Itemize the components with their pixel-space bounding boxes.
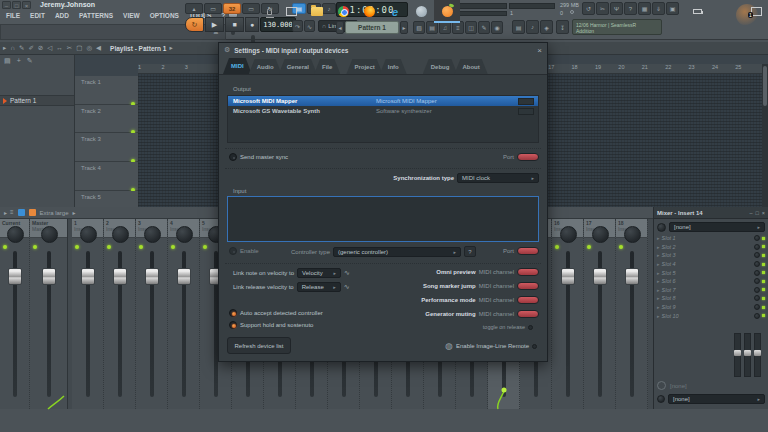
strip-led[interactable] [33, 245, 37, 249]
playlist-track[interactable]: Track 2 [75, 105, 138, 134]
edge-button[interactable]: e [382, 0, 408, 23]
menu-options[interactable]: OPTIONS [145, 11, 184, 20]
task-view-button[interactable] [278, 0, 304, 23]
tab-midi[interactable]: MIDI [223, 58, 252, 74]
mixer-orange-icon[interactable] [29, 209, 36, 216]
playlist-track[interactable]: Track 4 [75, 162, 138, 191]
controller-type-dropdown[interactable]: (generic controller)▸ [333, 247, 461, 257]
strip-fader-handle[interactable] [113, 268, 127, 285]
strip-led[interactable] [171, 245, 175, 249]
dialog-titlebar[interactable]: ⚙ Settings - MIDI input / output devices… [219, 43, 547, 57]
slot-led[interactable] [762, 297, 765, 300]
strip-led[interactable] [107, 245, 111, 249]
strip-fader-handle[interactable] [177, 268, 191, 285]
menu-file[interactable]: FILE [1, 11, 25, 20]
eq-band-fader[interactable] [744, 333, 751, 377]
battery-icon[interactable] [693, 9, 702, 14]
slot-knob[interactable] [754, 270, 760, 276]
mixer-strip[interactable]: 3 Insert 3 [136, 219, 168, 409]
tab-about[interactable]: About [454, 59, 487, 74]
mixer-strip[interactable]: 16 Insert 16 [552, 219, 584, 409]
mixer-zoom-label[interactable]: Extra large [40, 210, 69, 216]
dialog-close-icon[interactable]: × [537, 46, 542, 55]
strip-led[interactable] [139, 245, 143, 249]
playlist-track[interactable]: Track 5 [75, 191, 138, 207]
dim-knob[interactable] [657, 381, 666, 390]
plugin-picker-icon[interactable]: ◉ [491, 21, 503, 34]
menu-patterns[interactable]: PATTERNS [74, 11, 118, 20]
select-icon[interactable]: ▢ [76, 44, 82, 52]
strip-fader-handle[interactable] [8, 268, 22, 285]
slice-icon[interactable]: ✂ [67, 44, 72, 52]
close-icon[interactable]: × [22, 1, 31, 9]
mixer-slot[interactable]: ▸ Slot 9 [654, 303, 768, 312]
refresh-device-list-button[interactable]: Refresh device list [227, 337, 291, 354]
song-mode-button[interactable]: ↻ [185, 17, 204, 32]
slot-knob[interactable] [754, 235, 760, 241]
save-icon[interactable]: ▦ [638, 2, 651, 15]
strip-fader-handle[interactable] [593, 268, 607, 285]
slot-led[interactable] [762, 271, 765, 274]
panel-minimize-icon[interactable]: – [749, 210, 752, 216]
slot-led[interactable] [762, 263, 765, 266]
slot-knob[interactable] [754, 278, 760, 284]
slot-knob[interactable] [754, 261, 760, 267]
draw-icon[interactable]: ✎ [19, 44, 24, 52]
enable-radio[interactable] [229, 247, 237, 255]
playlist-track[interactable]: Track 3 [75, 133, 138, 162]
mixer-slot[interactable]: ▸ Slot 7 [654, 286, 768, 295]
mixer-strip[interactable]: 2 Insert 2 [104, 219, 136, 409]
send-master-sync-radio[interactable] [229, 153, 237, 161]
slot-led[interactable] [762, 245, 765, 248]
auto-accept-radio[interactable] [229, 309, 237, 317]
pattern-list-item[interactable]: Pattern 1 [0, 95, 74, 106]
monitor-plus-icon[interactable]: ▭ [242, 3, 260, 14]
Microsoft MIDI Mapper[interactable]: Microsoft MIDI Mapper Microsoft MIDI Map… [228, 96, 538, 106]
hint-bar[interactable]: 12/06 Harmor | SeamlessR Addition [572, 19, 662, 35]
link-release-dropdown[interactable]: Release▸ [297, 282, 341, 292]
mixer-strip[interactable]: 17 Insert 17 [584, 219, 616, 409]
mixer-strip[interactable]: 4 Insert 4 [168, 219, 200, 409]
fl-studio-taskbar-button[interactable] [434, 0, 460, 23]
event-editor-icon[interactable]: ✎ [478, 21, 490, 34]
slot-led[interactable] [762, 306, 765, 309]
slot-led[interactable] [762, 288, 765, 291]
playlist-scrollbar[interactable] [762, 64, 768, 207]
panel-maximize-icon[interactable]: □ [755, 210, 758, 216]
zoom-icon[interactable]: ◎ [86, 44, 92, 52]
stop-button[interactable]: ■ [225, 17, 244, 32]
slot-led[interactable] [762, 314, 765, 317]
strip-fader-handle[interactable] [42, 268, 56, 285]
slot-knob[interactable] [754, 287, 760, 293]
Microsoft GS Wavetable Synth[interactable]: Microsoft GS Wavetable Synth Software sy… [228, 106, 538, 116]
device-port-box[interactable] [518, 108, 534, 115]
link-cable-icon[interactable]: ∿ [344, 283, 350, 291]
paint-icon[interactable]: ✐ [28, 44, 33, 52]
performance-knob[interactable] [517, 296, 539, 304]
tab-debug[interactable]: Debug [423, 59, 458, 74]
strip-pan-knob[interactable] [560, 226, 577, 243]
panel-collapse-icon[interactable]: ▴ [185, 3, 203, 14]
support-hold-radio[interactable] [229, 321, 237, 329]
remote-indicator[interactable] [532, 344, 537, 349]
minimize-icon[interactable]: – [2, 1, 11, 9]
undo-icon[interactable]: ↺ [582, 2, 595, 15]
action-center-icon[interactable]: 1 [751, 7, 762, 16]
sync-port-knob[interactable] [517, 153, 539, 161]
slot-knob[interactable] [754, 304, 760, 310]
download-icon[interactable]: ↧ [556, 20, 569, 34]
pattern-view-icon[interactable]: ▤ [4, 57, 11, 65]
firefox-button[interactable] [356, 0, 382, 23]
tab-project[interactable]: Project [346, 59, 382, 74]
strip-led[interactable] [75, 245, 79, 249]
mixer-toggle-icon[interactable]: ◫ [465, 21, 477, 34]
pedal-icon[interactable]: ♪ [526, 20, 539, 34]
menu-add[interactable]: ADD [50, 11, 74, 20]
chrome-button[interactable] [330, 0, 356, 23]
tab-general[interactable]: General [279, 59, 317, 74]
overload-display[interactable]: 32 [223, 3, 241, 14]
link-note-dropdown[interactable]: Velocity▸ [297, 268, 341, 278]
device-port-box[interactable] [518, 98, 534, 105]
link-cable-icon[interactable]: ∿ [344, 269, 350, 277]
strip-pan-knob[interactable] [7, 226, 24, 243]
